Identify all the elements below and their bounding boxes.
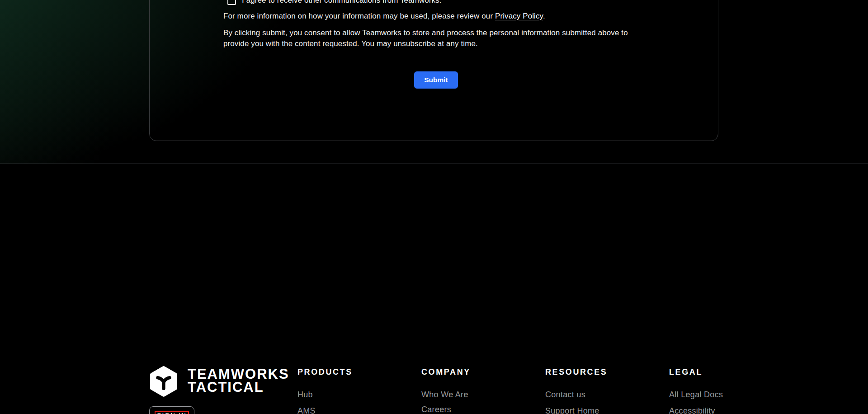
form-card <box>149 0 718 141</box>
footer-link-support-home[interactable]: Support Home <box>545 406 607 414</box>
column-title-resources: RESOURCES <box>545 367 607 377</box>
brand-logo: TEAMWORKS TACTICAL <box>150 366 289 396</box>
column-title-products: PRODUCTS <box>297 367 353 377</box>
footer: TEAMWORKS TACTICAL SIGN IN (202) 875-893… <box>0 164 868 414</box>
agree-checkbox[interactable] <box>227 0 236 5</box>
privacy-info-prefix: For more information on how your informa… <box>223 12 495 20</box>
footer-link-accessibility[interactable]: Accessibility <box>669 406 723 414</box>
agree-checkbox-label: I agree to receive other communications … <box>242 0 442 5</box>
consent-checkbox-row: I agree to receive other communications … <box>227 0 445 5</box>
required-asterisk: * <box>443 0 446 5</box>
page: I agree to receive other communications … <box>0 0 868 414</box>
form-section: I agree to receive other communications … <box>0 0 868 164</box>
sign-in-button[interactable]: SIGN IN <box>149 406 194 414</box>
footer-link-contact-us[interactable]: Contact us <box>545 390 607 400</box>
footer-link-all-legal-docs[interactable]: All Legal Docs <box>669 390 723 400</box>
footer-column-legal: LEGAL All Legal Docs Accessibility Priva… <box>669 367 723 414</box>
privacy-policy-link[interactable]: Privacy Policy <box>495 12 543 20</box>
hexagon-logo-icon <box>150 366 178 396</box>
privacy-info-suffix: . <box>543 12 545 20</box>
footer-link-ams[interactable]: AMS <box>297 406 353 414</box>
column-title-legal: LEGAL <box>669 367 723 377</box>
footer-link-careers[interactable]: Careers <box>421 405 471 414</box>
consent-paragraph: By clicking submit, you consent to allow… <box>223 28 632 49</box>
footer-link-who-we-are[interactable]: Who We Are <box>421 390 471 400</box>
brand-line-2: TACTICAL <box>188 381 289 394</box>
sign-in-label-annotation-highlight: SIGN IN <box>155 411 189 414</box>
submit-button[interactable]: Submit <box>414 71 458 89</box>
footer-column-company: COMPANY Who We Are Careers <box>421 367 471 414</box>
brand-wordmark: TEAMWORKS TACTICAL <box>188 367 289 394</box>
column-title-company: COMPANY <box>421 367 471 377</box>
footer-column-resources: RESOURCES Contact us Support Home Learni… <box>545 367 607 414</box>
privacy-info-line: For more information on how your informa… <box>223 12 545 21</box>
brand-line-1: TEAMWORKS <box>188 367 289 381</box>
footer-column-products: PRODUCTS Hub AMS Nutrition <box>297 367 353 414</box>
footer-link-hub[interactable]: Hub <box>297 390 353 400</box>
